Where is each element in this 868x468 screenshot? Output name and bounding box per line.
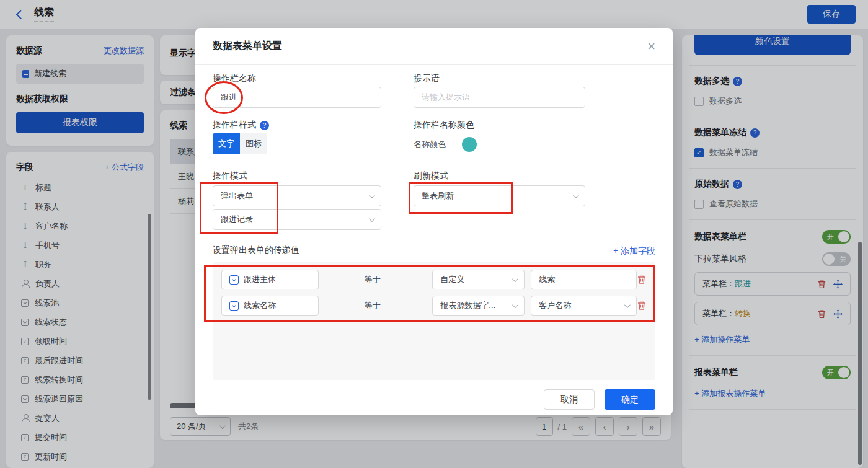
pass-values-label: 设置弹出表单的传递值 [213,245,299,256]
style-segmented-control: 文字 图标 [213,133,267,154]
operator-label: 等于 [365,274,401,285]
add-field-link[interactable]: + 添加字段 [613,245,655,257]
cancel-button[interactable]: 取消 [544,389,595,410]
name-color-row: 名称颜色 [414,137,477,152]
source-type-value: 报表源数据字... [440,300,495,311]
select-field-icon [229,301,239,311]
source-type-select[interactable]: 自定义 [432,270,525,289]
pass-value-text: 客户名称 [539,300,571,311]
color-label: 操作栏名称颜色 [414,120,474,131]
pass-field-value: 线索名称 [244,300,276,311]
tip-label: 提示语 [414,73,440,84]
op-mode-form-value: 跟进记录 [221,214,253,225]
pass-value-row: 跟进主体 等于 自定义 线索 [221,270,647,289]
table-menu-settings-modal: 数据表菜单设置 × 操作栏名称 跟进 提示语 请输入提示语 操作栏样式 文字 图… [195,28,673,415]
help-icon[interactable] [260,121,269,130]
close-icon[interactable]: × [647,40,655,53]
refresh-mode-select[interactable]: 整表刷新 [414,185,585,206]
select-field-icon [229,275,239,285]
modal-title: 数据表菜单设置 [213,40,282,53]
chevron-down-icon [573,192,579,198]
color-swatch[interactable] [462,137,477,152]
chevron-down-icon [624,302,631,308]
chevron-down-icon [512,302,518,308]
pass-value-text: 线索 [539,274,555,285]
pass-value-input[interactable]: 线索 [531,270,637,289]
pass-field-input[interactable]: 线索名称 [221,296,319,316]
style-text-button[interactable]: 文字 [213,133,240,154]
pass-value-row: 线索名称 等于 报表源数据字... 客户名称 [221,296,647,316]
tip-placeholder: 请输入提示语 [422,92,470,103]
style-label: 操作栏样式 [213,120,256,131]
chevron-down-icon [512,276,518,282]
source-type-value: 自定义 [440,274,464,285]
pass-value-select[interactable]: 客户名称 [531,296,637,316]
op-mode-label: 操作模式 [213,170,247,182]
pass-field-value: 跟进主体 [244,274,276,285]
op-mode-form-select[interactable]: 跟进记录 [213,209,381,230]
confirm-button[interactable]: 确定 [604,389,655,410]
source-type-select[interactable]: 报表源数据字... [432,296,525,316]
refresh-mode-value: 整表刷新 [422,190,454,201]
color-name-label: 名称颜色 [414,139,446,150]
action-name-label: 操作栏名称 [213,73,256,84]
op-mode-select[interactable]: 弹出表单 [213,185,381,206]
refresh-mode-label: 刷新模式 [414,170,448,182]
style-icon-button[interactable]: 图标 [240,133,267,154]
trash-icon[interactable] [637,275,647,285]
action-name-value: 跟进 [221,92,237,103]
pass-field-input[interactable]: 跟进主体 [221,270,319,289]
chevron-down-icon [369,192,375,198]
trash-icon[interactable] [637,301,647,311]
op-mode-value: 弹出表单 [221,190,253,201]
pass-values-panel: 跟进主体 等于 自定义 线索 线索名称 等于 报表源数据字... 客 [213,262,655,380]
tip-input[interactable]: 请输入提示语 [414,87,585,108]
action-name-input[interactable]: 跟进 [213,87,381,108]
style-label-row: 操作栏样式 [213,120,269,131]
operator-label: 等于 [365,300,401,311]
chevron-down-icon [369,216,375,222]
